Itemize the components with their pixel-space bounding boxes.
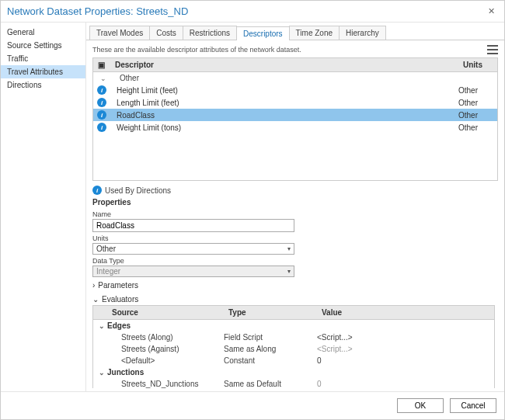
sidebar-item-directions[interactable]: Directions (1, 78, 85, 92)
group-other[interactable]: ⌄ Other (93, 72, 497, 84)
descriptors-grid-header: ▣ Descriptor Units (92, 57, 498, 72)
used-by-label: Used By Directions (105, 186, 171, 195)
chevron-down-icon: ⌄ (92, 295, 99, 304)
parameters-label: Parameters (98, 281, 138, 290)
info-icon: i (97, 98, 106, 107)
ok-button[interactable]: OK (397, 398, 444, 413)
close-icon[interactable]: ✕ (485, 6, 498, 16)
descriptor-units: Other (458, 111, 497, 120)
name-label: Name (92, 208, 495, 219)
group-edges[interactable]: ⌄ Edges (93, 320, 494, 331)
header-icon-col: ▣ (93, 58, 110, 71)
descriptor-row[interactable]: i Height Limit (feet) Other (93, 84, 497, 96)
info-icon: i (92, 186, 102, 195)
tab-content: These are the available descriptor attri… (86, 40, 504, 391)
dialog: Network Dataset Properties: Streets_ND ✕… (0, 0, 505, 420)
evaluators-label: Evaluators (102, 295, 138, 304)
sidebar-item-traffic[interactable]: Traffic (1, 52, 85, 65)
tab-descriptors[interactable]: Descriptors (236, 26, 290, 40)
descriptor-name: Weight Limit (tons) (110, 123, 458, 132)
chevron-down-icon: ▾ (287, 245, 291, 252)
header-descriptor[interactable]: Descriptor (110, 58, 458, 71)
used-by-row: i Used By Directions (92, 181, 498, 196)
header-units[interactable]: Units (458, 58, 497, 71)
descriptor-units: Other (458, 123, 497, 132)
tab-costs[interactable]: Costs (149, 26, 183, 40)
descriptor-row[interactable]: i Weight Limit (tons) Other (93, 121, 497, 134)
main: Travel Modes Costs Restrictions Descript… (86, 23, 504, 391)
dialog-body: General Source Settings Traffic Travel A… (1, 23, 504, 391)
descriptor-name: Length Limit (feet) (110, 99, 458, 107)
evaluators-section[interactable]: ⌄ Evaluators (92, 291, 495, 305)
descriptor-units: Other (458, 86, 497, 95)
chevron-right-icon: › (92, 281, 95, 290)
group-junctions[interactable]: ⌄ Junctions (93, 366, 494, 378)
hamburger-icon[interactable] (487, 45, 498, 54)
subtitle-row: These are the available descriptor attri… (92, 43, 498, 57)
eval-row[interactable]: Streets_ND_Junctions Same as Default 0 (93, 378, 494, 388)
name-input[interactable] (92, 219, 294, 232)
descriptor-row[interactable]: i RoadClass Other (93, 109, 497, 121)
parameters-section[interactable]: › Parameters (92, 277, 495, 291)
subtitle: These are the available descriptor attri… (92, 46, 301, 54)
units-label: Units (92, 232, 495, 243)
sidebar-item-general[interactable]: General (1, 26, 85, 39)
evaluators-grid-header: Source Type Value (92, 305, 495, 320)
units-select[interactable]: Other▾ (92, 243, 294, 255)
chevron-down-icon: ▾ (287, 268, 291, 275)
properties-area: Properties Name Units Other▾ Data Type I… (92, 196, 498, 388)
descriptor-units: Other (458, 99, 497, 107)
info-icon: i (97, 110, 106, 120)
descriptors-grid-body: ⌄ Other i Height Limit (feet) Other i Le… (92, 72, 498, 181)
descriptor-row[interactable]: i Length Limit (feet) Other (93, 96, 497, 109)
sidebar-item-source-settings[interactable]: Source Settings (1, 39, 85, 52)
header-value[interactable]: Value (317, 306, 494, 319)
chevron-down-icon[interactable]: ⌄ (96, 369, 107, 377)
titlebar: Network Dataset Properties: Streets_ND ✕ (1, 1, 504, 23)
chevron-down-icon[interactable]: ⌄ (96, 322, 107, 330)
info-icon: i (97, 123, 106, 132)
tab-hierarchy[interactable]: Hierarchy (339, 26, 386, 40)
tab-travel-modes[interactable]: Travel Modes (89, 26, 150, 40)
tab-restrictions[interactable]: Restrictions (183, 26, 237, 40)
properties-scroll[interactable]: Properties Name Units Other▾ Data Type I… (92, 196, 498, 388)
sidebar: General Source Settings Traffic Travel A… (1, 23, 86, 391)
eval-row[interactable]: <Default> Constant 0 (93, 355, 494, 366)
chevron-down-icon[interactable]: ⌄ (98, 75, 109, 82)
header-source[interactable]: Source (107, 306, 224, 319)
properties-header: Properties (92, 196, 495, 208)
datatype-label: Data Type (92, 255, 495, 266)
cancel-button[interactable]: Cancel (450, 398, 496, 413)
datatype-select: Integer▾ (92, 266, 294, 277)
tab-time-zone[interactable]: Time Zone (289, 26, 340, 40)
eval-row[interactable]: Streets (Against) Same as Along <Script.… (93, 343, 494, 355)
sidebar-item-travel-attributes[interactable]: Travel Attributes (1, 65, 85, 78)
footer: OK Cancel (1, 391, 504, 419)
descriptor-name: Height Limit (feet) (110, 86, 458, 95)
info-icon: i (97, 85, 106, 95)
eval-row[interactable]: Streets (Along) Field Script <Script...> (93, 331, 494, 343)
evaluators-grid-body: ⌄ Edges Streets (Along) Field Script <Sc… (92, 320, 495, 388)
tab-bar: Travel Modes Costs Restrictions Descript… (86, 23, 504, 40)
header-type[interactable]: Type (224, 306, 317, 319)
group-label: Other (120, 74, 139, 82)
dialog-title: Network Dataset Properties: Streets_ND (7, 5, 485, 17)
descriptor-name: RoadClass (110, 111, 458, 120)
